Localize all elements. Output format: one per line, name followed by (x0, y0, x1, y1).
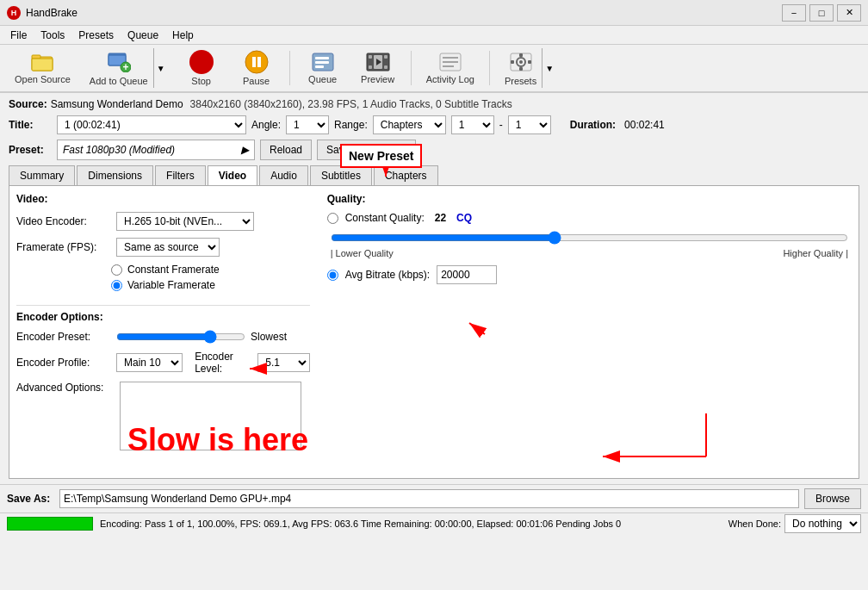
stop-button[interactable]: Stop (176, 47, 227, 89)
svg-rect-15 (369, 55, 372, 59)
angle-select[interactable]: 1 (286, 115, 329, 134)
svg-rect-31 (528, 60, 531, 64)
add-queue-dropdown[interactable]: ▼ (153, 48, 168, 88)
close-button[interactable]: ✕ (837, 4, 861, 22)
avg-bitrate-label: Avg Bitrate (kbps): (345, 269, 430, 281)
preview-button[interactable]: Preview (352, 47, 404, 89)
menu-queue[interactable]: Queue (121, 28, 165, 43)
title-bar-left: H HandBrake (7, 6, 78, 20)
menu-file[interactable]: File (3, 28, 34, 43)
stop-circle-icon (189, 50, 214, 74)
constant-framerate-radio[interactable] (111, 264, 122, 276)
maximize-button[interactable]: □ (809, 4, 834, 22)
activity-log-button[interactable]: Activity Log (418, 47, 482, 89)
framerate-select[interactable]: Same as source 5101215 23.9762425 29.973… (116, 238, 220, 257)
svg-rect-13 (315, 65, 324, 68)
progress-bar (7, 517, 93, 531)
tabs-bar: Summary Dimensions Filters Video Audio S… (9, 165, 859, 186)
stop-icon (189, 50, 214, 74)
when-done-label: When Done: (728, 519, 781, 529)
variable-framerate-label: Variable Framerate (127, 279, 215, 291)
tab-audio[interactable]: Audio (259, 165, 308, 185)
cq-unit: CQ (456, 212, 472, 224)
quality-slider[interactable] (331, 231, 848, 245)
svg-rect-1 (32, 55, 40, 59)
title-select[interactable]: 1 (00:02:41) (57, 115, 246, 134)
avg-bitrate-row: Avg Bitrate (kbps): (327, 265, 852, 284)
reload-button[interactable]: Reload (260, 140, 312, 160)
minimize-button[interactable]: − (782, 4, 806, 22)
encoder-preset-row: Encoder Preset: Slowest (16, 330, 310, 344)
constant-framerate-option[interactable]: Constant Framerate (111, 264, 310, 276)
video-right-column: Quality: Constant Quality: 22 CQ | Lower… (327, 193, 852, 457)
tab-chapters[interactable]: Chapters (374, 165, 438, 185)
constant-quality-row: Constant Quality: 22 CQ (327, 212, 852, 224)
preset-row: Preset: Fast 1080p30 (Modified) ▶ Reload… (9, 140, 859, 160)
svg-text:+: + (122, 61, 128, 72)
app-wrapper: H HandBrake − □ ✕ File Tools Presets Que… (0, 0, 868, 590)
save-as-label: Save As: (7, 493, 54, 505)
video-section-header: Video: (16, 193, 310, 205)
preview-film-icon (366, 52, 390, 72)
activity-log-label: Activity Log (426, 74, 474, 84)
toolbar: Open Source + Add to Queue ▼ (0, 45, 868, 93)
when-done-select[interactable]: Do nothing Shutdown Hibernate Sleep (784, 514, 861, 533)
advanced-options-textarea[interactable] (120, 382, 301, 450)
svg-rect-9 (257, 57, 261, 67)
tab-subtitles[interactable]: Subtitles (310, 165, 372, 185)
range-select[interactable]: Chapters (373, 115, 446, 134)
variable-framerate-option[interactable]: Variable Framerate (111, 279, 310, 291)
open-source-icon (30, 52, 54, 72)
svg-rect-8 (252, 57, 256, 67)
browse-button[interactable]: Browse (804, 488, 861, 509)
constant-quality-radio[interactable] (327, 213, 338, 224)
avg-bitrate-radio[interactable] (327, 270, 338, 281)
preset-dropdown-arrow: ▶ (241, 144, 249, 156)
tab-video[interactable]: Video (208, 165, 257, 185)
queue-button[interactable]: Queue (297, 47, 349, 89)
toolbar-separator-3 (489, 51, 490, 85)
preview-label: Preview (361, 74, 394, 84)
activity-log-icon (438, 52, 462, 72)
menu-help[interactable]: Help (165, 28, 201, 43)
preset-dropdown[interactable]: Fast 1080p30 (Modified) ▶ (57, 140, 255, 160)
svg-rect-28 (519, 53, 523, 57)
avg-bitrate-input[interactable] (437, 265, 497, 284)
queue-label: Queue (308, 74, 337, 84)
presets-button[interactable]: Presets ▼ (497, 47, 561, 89)
preview-icon (366, 52, 390, 72)
source-name-value: Samsung Wonderland Demo (51, 98, 183, 110)
menu-tools[interactable]: Tools (34, 28, 71, 43)
save-new-preset-button[interactable]: Save New Preset (317, 140, 416, 160)
encoder-preset-slider[interactable] (116, 330, 245, 344)
preset-value: Fast 1080p30 (Modified) (63, 144, 175, 156)
save-path-input[interactable] (59, 489, 799, 508)
encoder-level-select[interactable]: 5.1 4.0 4.1 5.0 5.2 (257, 353, 309, 372)
open-source-label: Open Source (15, 74, 71, 84)
lower-quality-label: | Lower Quality (331, 248, 394, 258)
chapter-end-select[interactable]: 1 (508, 115, 551, 134)
tab-summary[interactable]: Summary (9, 165, 75, 185)
encoder-row: Video Encoder: H.265 10-bit (NVEn... (16, 212, 310, 231)
status-text: Encoding: Pass 1 of 1, 100.00%, FPS: 069… (100, 519, 722, 529)
pause-button[interactable]: Pause (231, 47, 282, 89)
presets-dropdown-arrow[interactable]: ▼ (542, 48, 556, 88)
chapter-start-select[interactable]: 1 (451, 115, 494, 134)
open-source-button[interactable]: Open Source (7, 47, 78, 89)
duration-label: Duration: (570, 119, 616, 131)
save-as-bar: Save As: Browse (0, 484, 868, 512)
menu-presets[interactable]: Presets (71, 28, 121, 43)
encoder-select[interactable]: H.265 10-bit (NVEn... (116, 212, 254, 231)
svg-rect-16 (384, 55, 388, 59)
angle-label: Angle: (251, 119, 281, 131)
svg-rect-12 (315, 61, 329, 64)
tab-dimensions[interactable]: Dimensions (77, 165, 153, 185)
stop-label: Stop (191, 76, 211, 86)
tab-filters[interactable]: Filters (155, 165, 206, 185)
encoder-profile-select[interactable]: Main 10 Main (116, 353, 183, 372)
title-bar: H HandBrake − □ ✕ (0, 0, 868, 26)
variable-framerate-radio[interactable] (111, 280, 122, 291)
queue-add-icon: + (107, 52, 131, 72)
encoder-options-section: Encoder Options: Encoder Preset: Slowest… (16, 305, 310, 450)
add-to-queue-button[interactable]: + Add to Queue ▼ (82, 47, 172, 89)
